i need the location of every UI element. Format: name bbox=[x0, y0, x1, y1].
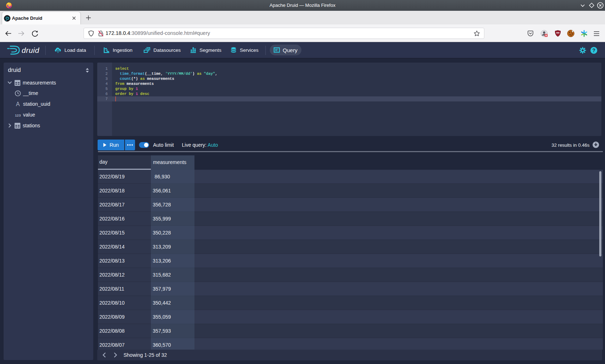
svg-text:?: ? bbox=[592, 47, 596, 53]
svg-text:A: A bbox=[16, 101, 20, 107]
svg-text:123: 123 bbox=[15, 113, 21, 117]
